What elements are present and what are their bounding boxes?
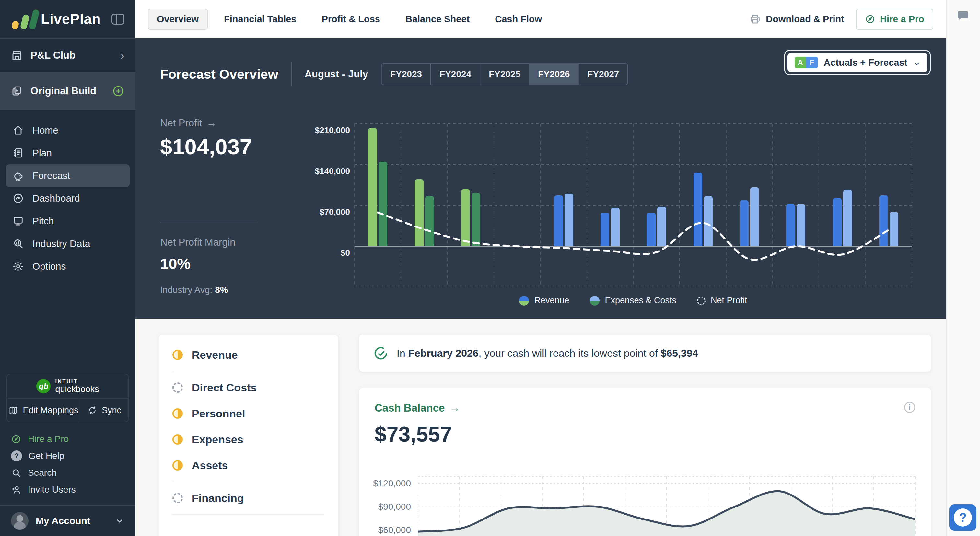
industry-average-value: 8%	[215, 285, 228, 295]
workspace-label: P&L Club	[30, 49, 113, 61]
help-circle-icon: ?	[11, 450, 22, 461]
insight-month: February 2026	[408, 347, 479, 359]
sidebar-link-label: Invite Users	[28, 485, 76, 495]
divider	[160, 223, 257, 223]
y-tick-label: $140,000	[315, 166, 350, 176]
sidebar-item-pitch[interactable]: Pitch	[6, 210, 130, 232]
view-mode-dropdown[interactable]: A F Actuals + Forecast ⌄	[784, 50, 931, 75]
report-tabs: OverviewFinancial TablesProfit & LossBal…	[148, 9, 558, 30]
sidebar-link-label: Hire a Pro	[28, 434, 69, 444]
category-label: Assets	[192, 459, 228, 472]
edit-mappings-button[interactable]: Edit Mappings	[7, 399, 80, 421]
category-label: Personnel	[192, 407, 245, 420]
collapse-sidebar-icon[interactable]	[111, 14, 124, 25]
net-profit-link[interactable]: Net Profit →	[160, 117, 257, 129]
right-edge-strip: ?	[946, 0, 980, 536]
y-tick-label: $90,000	[378, 502, 411, 512]
tab-profit-loss[interactable]: Profit & Loss	[312, 9, 389, 30]
sidebar-link-search[interactable]: Search	[11, 464, 124, 481]
my-account[interactable]: My Account	[0, 505, 135, 536]
category-row-expenses[interactable]: Expenses	[172, 426, 325, 452]
chevron-down-icon: ⌄	[913, 59, 920, 67]
y-tick-label: $210,000	[315, 126, 350, 135]
legend-label: Revenue	[534, 296, 569, 305]
copy-pages-icon	[11, 85, 23, 97]
progress-empty-icon	[172, 493, 183, 503]
sidebar-item-plan[interactable]: Plan	[6, 142, 130, 164]
cash-balance-card: Cash Balance → i $73,557 $120,000$90,000…	[359, 388, 931, 536]
fy-tab-fy2024[interactable]: FY2024	[430, 64, 480, 84]
actuals-badge: A	[795, 57, 806, 68]
forecast-badge: F	[806, 57, 818, 68]
sidebar-link-invite-users[interactable]: Invite Users	[11, 481, 124, 498]
dashed-circle-icon	[697, 296, 705, 305]
cash-insight-text: In February 2026, your cash will reach i…	[397, 347, 698, 359]
cash-chart-y-axis: $120,000$90,000$60,000	[375, 476, 418, 536]
sidebar-item-industry-data[interactable]: Industry Data	[6, 232, 130, 255]
cash-balance-link[interactable]: Cash Balance →	[375, 402, 460, 414]
download-print-label: Download & Print	[766, 14, 844, 25]
quickbooks-logo: qb INTUIT quickbooks	[7, 374, 128, 398]
divider	[172, 514, 325, 515]
workspace-selector[interactable]: P&L Club ›	[0, 38, 135, 72]
quickbooks-actions: Edit MappingsSync	[7, 398, 128, 421]
chevron-down-icon	[115, 516, 124, 526]
category-row-direct-costs[interactable]: Direct Costs	[172, 375, 325, 401]
sync-icon	[88, 406, 97, 415]
plan-notebook-icon	[12, 147, 24, 159]
category-label: Revenue	[192, 349, 238, 361]
chat-bubble-icon[interactable]	[956, 9, 969, 23]
sidebar-item-forecast[interactable]: Forecast	[6, 164, 130, 187]
tab-overview[interactable]: Overview	[148, 9, 208, 30]
category-row-revenue[interactable]: Revenue	[172, 342, 325, 368]
tab-cash-flow[interactable]: Cash Flow	[486, 9, 551, 30]
cash-balance-chart: $120,000$90,000$60,000	[375, 476, 915, 536]
gauge-icon	[12, 192, 24, 204]
progress-half-icon	[172, 350, 183, 360]
download-print-button[interactable]: Download & Print	[749, 14, 844, 25]
sidebar-link-get-help[interactable]: ?Get Help	[11, 447, 124, 464]
fy-tab-fy2023[interactable]: FY2023	[382, 64, 430, 84]
sidebar-item-label: Options	[32, 261, 66, 272]
quickbooks-integration: qb INTUIT quickbooks Edit MappingsSync	[6, 374, 129, 422]
sidebar-item-dashboard[interactable]: Dashboard	[6, 187, 130, 210]
legend-item-expenses-costs: Expenses & Costs	[590, 296, 676, 305]
search-icon	[11, 468, 21, 478]
hire-a-pro-button[interactable]: Hire a Pro	[856, 9, 933, 30]
insight-amount: $65,394	[661, 347, 698, 359]
liveplan-app: LivePlan P&L Club › Original Build HomeP…	[0, 0, 980, 536]
compass-icon	[865, 14, 875, 24]
fy-tab-fy2027[interactable]: FY2027	[578, 64, 627, 84]
sync-button[interactable]: Sync	[80, 399, 128, 421]
fiscal-year-tabs: FY2023FY2024FY2025FY2026FY2027	[381, 63, 628, 85]
check-circle-icon	[373, 346, 388, 361]
add-plan-icon[interactable]	[112, 85, 124, 97]
sidebar-item-options[interactable]: Options	[6, 255, 130, 278]
industry-search-icon	[12, 238, 24, 250]
sidebar-link-hire-a-pro[interactable]: Hire a Pro	[11, 431, 124, 447]
tab-financial-tables[interactable]: Financial Tables	[215, 9, 305, 30]
progress-half-icon	[172, 434, 183, 445]
legend-label: Net Profit	[711, 296, 747, 305]
fy-tab-fy2025[interactable]: FY2025	[480, 64, 529, 84]
piggy-bank-icon	[12, 170, 24, 181]
divider	[172, 371, 325, 371]
tab-balance-sheet[interactable]: Balance Sheet	[396, 9, 479, 30]
logo-row: LivePlan	[0, 0, 135, 38]
stats-column: Net Profit → $104,037 Net Profit Margin …	[160, 117, 257, 305]
sidebar-links: Hire a Pro?Get HelpSearchInvite Users	[0, 422, 135, 498]
cash-insight-card: In February 2026, your cash will reach i…	[359, 335, 931, 372]
category-row-personnel[interactable]: Personnel	[172, 401, 325, 426]
help-button[interactable]: ?	[949, 504, 977, 531]
y-tick-label: $120,000	[373, 478, 411, 489]
forecast-categories-card: RevenueDirect CostsPersonnelExpensesAsse…	[159, 335, 338, 536]
category-row-assets[interactable]: Assets	[172, 452, 325, 478]
project-selector[interactable]: Original Build	[0, 72, 135, 110]
fy-tab-fy2026[interactable]: FY2026	[529, 64, 578, 84]
sidebar-item-home[interactable]: Home	[6, 119, 130, 142]
info-icon[interactable]: i	[904, 402, 915, 413]
chevron-right-icon[interactable]: ›	[120, 49, 124, 62]
category-row-financing[interactable]: Financing	[172, 485, 325, 511]
app-title: LivePlan	[41, 11, 111, 27]
quickbooks-icon: qb	[36, 379, 51, 393]
